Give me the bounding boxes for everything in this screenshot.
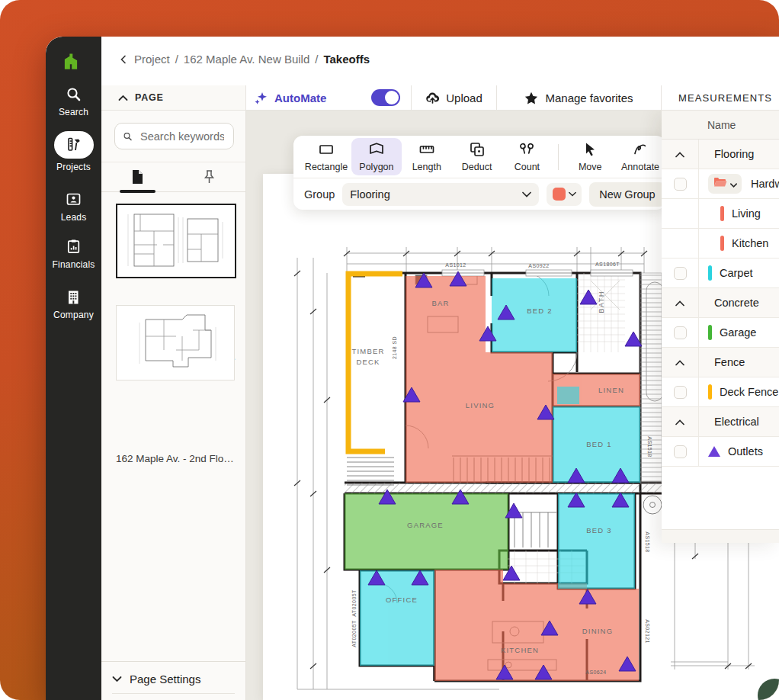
leads-icon <box>65 191 83 209</box>
manage-favorites-button[interactable]: Manage favorites <box>497 85 662 111</box>
row-name-cell: Deck Fence <box>699 377 779 406</box>
page-tabs <box>101 162 245 192</box>
window-symbols <box>442 270 633 276</box>
measurement-row-carpet[interactable]: Carpet <box>662 258 779 288</box>
row-select-cell <box>662 377 699 406</box>
pin-icon <box>204 169 215 185</box>
sidebar-item-financials[interactable]: Financials <box>46 238 101 270</box>
row-checkbox[interactable] <box>674 386 687 399</box>
tool-label: Annotate <box>621 162 659 172</box>
page-settings-header[interactable]: Page Settings <box>101 662 245 693</box>
window-code-label: AS1012 <box>445 262 466 268</box>
color-bar-swatch <box>708 325 712 340</box>
top-bar: Project / 162 Maple Av. New Build / Take… <box>101 37 779 85</box>
breadcrumb-project[interactable]: Project <box>134 53 170 66</box>
page-panel-header[interactable]: PAGE <box>101 85 246 111</box>
measurement-row-deck-fence[interactable]: Deck Fence <box>662 377 779 407</box>
name-column-header: Name <box>698 119 736 131</box>
breadcrumb: Project / 162 Maple Av. New Build / Take… <box>118 53 370 66</box>
tab-pinned[interactable] <box>174 162 246 191</box>
page-thumbnail-2[interactable] <box>116 305 235 381</box>
search-input[interactable] <box>139 130 226 143</box>
measurements-title: MEASUREMENTS <box>662 85 779 111</box>
measurement-row-hardwood[interactable]: Hardwood <box>662 169 779 199</box>
row-name-cell: Outlets <box>699 437 779 466</box>
outlet-marker[interactable] <box>580 290 597 304</box>
triangle-swatch <box>708 446 720 457</box>
financials-icon <box>65 238 83 256</box>
cloud-upload-icon <box>425 92 440 104</box>
row-checkbox[interactable] <box>674 326 687 339</box>
line-width-row: Line Width 1.0 <box>101 694 245 700</box>
automate-toggle[interactable] <box>371 89 400 106</box>
collapse-chevron-icon[interactable] <box>675 147 684 161</box>
breadcrumb-address[interactable]: 162 Maple Av. New Build <box>184 53 309 66</box>
room-label: BAR <box>431 299 449 307</box>
row-checkbox[interactable] <box>674 445 687 458</box>
folder-swatch-dropdown[interactable] <box>708 174 742 194</box>
sidebar-item-company[interactable]: Company <box>46 288 101 320</box>
keyword-search[interactable] <box>114 123 234 149</box>
measurement-row-fence[interactable]: Fence <box>662 348 779 377</box>
collapse-chevron-icon[interactable] <box>675 355 684 369</box>
tool-move-button[interactable]: Move <box>565 138 615 175</box>
folder-icon <box>713 177 727 191</box>
measurement-row-concrete[interactable]: Concrete <box>662 288 779 318</box>
breadcrumb-separator: / <box>175 53 178 66</box>
automate-label: AutoMate <box>274 92 326 104</box>
row-select-cell <box>662 437 699 466</box>
tool-label: Move <box>579 162 602 172</box>
page-thumbnail-2-caption[interactable]: 162 Maple Av. - 2nd Flo… <box>116 453 244 464</box>
measurement-row-outlets[interactable]: Outlets <box>662 437 779 467</box>
tool-polygon-button[interactable]: Polygon <box>351 138 402 175</box>
tool-length-button[interactable]: Length <box>402 138 452 175</box>
star-icon <box>524 92 538 104</box>
page-settings-section: Page Settings Line Width 1.0 Page Scale … <box>101 661 245 700</box>
breadcrumb-separator: / <box>315 53 318 66</box>
back-chevron-icon[interactable] <box>118 54 129 65</box>
tool-annotate-button[interactable]: Annotate <box>615 138 665 175</box>
row-checkbox[interactable] <box>674 178 687 191</box>
group-dropdown[interactable]: Flooring <box>342 183 539 206</box>
room-label: BED 3 <box>586 526 611 535</box>
row-checkbox[interactable] <box>674 267 687 280</box>
measurement-name: Hardwood <box>751 178 779 190</box>
room-label: LINEN <box>598 386 624 394</box>
measurement-name: Deck Fence <box>720 386 778 398</box>
upload-button[interactable]: Upload <box>412 85 497 111</box>
tool-label: Count <box>515 162 540 172</box>
row-select-cell <box>662 288 699 317</box>
window-code-label: AS1518 <box>645 531 650 552</box>
measurement-row-kitchen[interactable]: Kitchen <box>662 229 779 258</box>
room-label: BED 2 <box>527 307 552 315</box>
measurement-row-electrical[interactable]: Electrical <box>662 407 779 437</box>
measurement-row-flooring[interactable]: Flooring <box>662 140 779 169</box>
row-name-cell: Concrete <box>699 288 779 317</box>
sidebar-item-projects[interactable]: Projects <box>46 131 101 172</box>
sidebar-item-leads[interactable]: Leads <box>46 191 101 223</box>
sidebar-item-search[interactable]: Search <box>46 85 101 117</box>
room-label: GARAGE <box>407 521 444 529</box>
toggle-knob <box>385 91 399 104</box>
measurement-name: Concrete <box>714 297 759 309</box>
measurement-row-garage[interactable]: Garage <box>662 318 779 348</box>
move-icon <box>582 141 598 160</box>
tool-count-button[interactable]: Count <box>502 138 552 175</box>
tab-pages[interactable] <box>101 162 174 191</box>
measurement-name: Carpet <box>720 267 753 279</box>
new-group-button[interactable]: New Group <box>589 182 665 207</box>
color-bar-swatch <box>720 206 724 221</box>
collapse-chevron-icon[interactable] <box>675 415 684 429</box>
window-code-label: 2148 SD <box>392 336 397 359</box>
group-color-picker[interactable] <box>547 183 582 206</box>
collapse-chevron-icon[interactable] <box>675 296 684 310</box>
page-thumbnail-1[interactable] <box>116 204 236 278</box>
measurement-row-living[interactable]: Living <box>662 199 779 229</box>
app-sidebar: Search Projects Leads <box>46 37 101 700</box>
tool-deduct-button[interactable]: Deduct <box>452 138 502 175</box>
row-name-cell: Living <box>699 199 779 228</box>
houzz-logo-icon[interactable] <box>61 52 81 72</box>
tool-rectangle-button[interactable]: Rectangle <box>301 138 351 175</box>
concrete-garage-region[interactable] <box>345 493 508 570</box>
ruler-hammer-icon <box>65 136 83 154</box>
